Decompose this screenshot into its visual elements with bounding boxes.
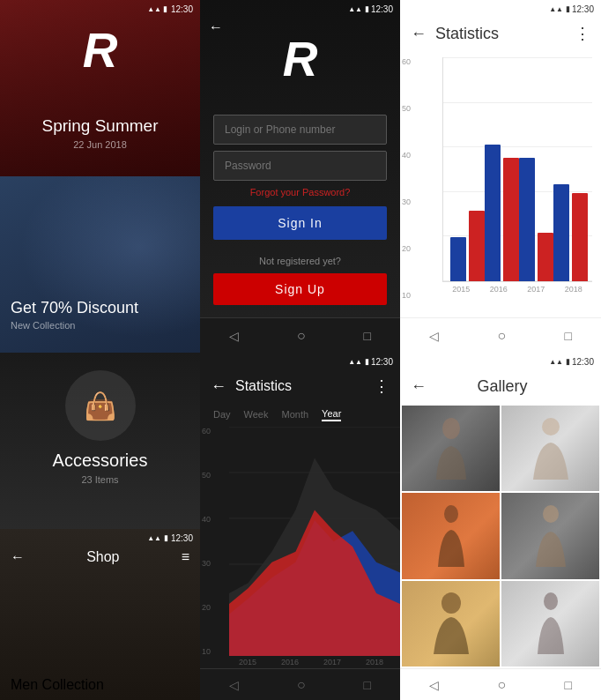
stats-bar-status-time: 12:30 — [572, 4, 594, 14]
bar-2015-blue — [450, 237, 466, 281]
tab-day[interactable]: Day — [213, 409, 231, 420]
stats-bar-more-btn[interactable]: ⋮ — [575, 24, 590, 43]
username-input[interactable] — [213, 115, 387, 145]
spring-summer-content: Spring Summer 22 Jun 2018 — [0, 116, 200, 150]
stats-line-more-btn[interactable]: ⋮ — [374, 376, 390, 396]
bar-group-2016 — [485, 145, 519, 281]
tab-year[interactable]: Year — [322, 408, 341, 421]
person-silhouette-5 — [429, 592, 473, 654]
spring-summer-subtitle: 22 Jun 2018 — [0, 139, 200, 150]
bar-group-2018 — [553, 184, 588, 281]
stats-line-navbar: ◁ ○ □ — [200, 668, 400, 700]
stats-bar-square-nav[interactable]: □ — [564, 329, 571, 343]
person-silhouette-2 — [524, 418, 577, 480]
person-silhouette-4 — [529, 505, 573, 567]
discount-panel: Get 70% Discount New Collection — [0, 176, 200, 353]
stats-line-back-btn[interactable]: ← — [211, 377, 226, 396]
status-icons-1: ▲▲ ▮ — [147, 4, 167, 13]
login-brand-r: R — [283, 31, 318, 87]
stats-line-panel: ▲▲ ▮ 12:30 ← Statistics ⋮ Day Week Month… — [200, 353, 400, 700]
bar-2018-blue — [553, 184, 569, 281]
stats-line-home-nav[interactable]: ○ — [297, 677, 306, 693]
not-registered-text: Not registered yet? — [213, 256, 387, 266]
time-tabs: Day Week Month Year — [200, 402, 400, 427]
gallery-item-6[interactable] — [501, 581, 599, 666]
accessories-title: Accessories — [0, 451, 200, 471]
status-bar-1: ▲▲ ▮ 12:30 — [0, 0, 200, 18]
gallery-grid — [400, 404, 601, 668]
stats-bar-navbar: ◁ ○ □ — [400, 317, 601, 353]
gallery-navbar: ◁ ○ □ — [400, 668, 601, 700]
gallery-item-3[interactable] — [402, 493, 500, 578]
spring-summer-panel: ▲▲ ▮ 12:30 R Spring Summer 22 Jun 2018 — [0, 0, 200, 176]
bar-group-2015 — [450, 211, 485, 281]
gallery-square-nav[interactable]: □ — [564, 678, 571, 692]
gallery-item-5[interactable] — [402, 581, 500, 666]
svg-point-14 — [544, 592, 558, 610]
stats-bar-back-btn[interactable]: ← — [411, 25, 427, 43]
stats-line-square-nav[interactable]: □ — [364, 678, 371, 692]
bar-group-2017 — [519, 158, 553, 281]
status-time-1: 12:30 — [171, 4, 193, 14]
password-input[interactable] — [213, 151, 387, 181]
gallery-back-nav[interactable]: ◁ — [429, 678, 439, 692]
gallery-back-btn[interactable]: ← — [411, 377, 427, 396]
menu-icon[interactable]: ≡ — [182, 549, 189, 565]
men-collection-label: Men Collection — [11, 677, 104, 693]
battery-icon: ▮ — [163, 4, 167, 13]
login-panel: ▲▲ ▮ 12:30 ← R Forgot your Password? Sig… — [200, 0, 400, 353]
accessories-panel: 👜 Accessories 23 Items — [0, 353, 200, 529]
svg-point-13 — [441, 592, 461, 614]
line-chart-svg — [229, 427, 400, 656]
gallery-home-nav[interactable]: ○ — [497, 677, 506, 693]
bar-2017-blue — [519, 158, 535, 281]
gallery-panel: ▲▲ ▮ 12:30 ← Gallery — [400, 353, 601, 700]
gallery-status-time: 12:30 — [572, 357, 594, 367]
gallery-item-4[interactable] — [501, 493, 599, 578]
bar-2015-red — [469, 211, 485, 281]
login-status-time: 12:30 — [371, 4, 393, 14]
shop-title: Shop — [86, 549, 119, 565]
accessories-subtitle: 23 Items — [0, 474, 200, 485]
gallery-item-1[interactable] — [402, 406, 500, 491]
stats-line-back-nav[interactable]: ◁ — [229, 678, 239, 692]
sign-in-button[interactable]: Sign In — [213, 206, 387, 240]
square-nav-icon[interactable]: □ — [364, 329, 371, 343]
login-back-btn[interactable]: ← — [209, 19, 223, 35]
sign-up-button[interactable]: Sign Up — [213, 273, 387, 305]
svg-point-12 — [543, 505, 559, 523]
back-icon[interactable]: ← — [11, 549, 25, 565]
bar-2016-blue — [485, 145, 501, 281]
back-nav-icon[interactable]: ◁ — [229, 329, 239, 343]
shop-panel: ▲▲ ▮ 12:30 ← Shop ≡ Men Collection — [0, 529, 200, 700]
bar-2017-red — [538, 233, 553, 281]
stats-bar-back-nav[interactable]: ◁ — [429, 329, 439, 343]
discount-subtitle: New Collection — [11, 320, 138, 331]
stats-line-status-time: 12:30 — [371, 357, 393, 367]
forgot-password-link[interactable]: Forgot your Password? — [213, 187, 387, 197]
spring-summer-title: Spring Summer — [0, 116, 200, 136]
person-silhouette-6 — [533, 592, 568, 654]
discount-content: Get 70% Discount New Collection — [11, 299, 138, 331]
accessories-content: Accessories 23 Items — [0, 451, 200, 485]
home-nav-icon[interactable]: ○ — [297, 328, 306, 344]
stats-bar-home-nav[interactable]: ○ — [497, 328, 506, 344]
bar-2016-red — [503, 158, 519, 281]
shop-topbar: ▲▲ ▮ 12:30 ← Shop ≡ — [0, 529, 200, 568]
bar-2018-red — [572, 193, 588, 281]
stats-bar-title: Statistics — [435, 25, 575, 43]
person-silhouette-1 — [429, 418, 473, 480]
login-navbar: ◁ ○ □ — [200, 317, 400, 353]
discount-title: Get 70% Discount — [11, 299, 138, 317]
stats-line-title: Statistics — [235, 378, 374, 394]
stats-bar-panel: ▲▲ ▮ 12:30 ← Statistics ⋮ 60 50 40 30 20… — [400, 0, 601, 353]
gallery-title: Gallery — [435, 377, 569, 396]
login-form: Forgot your Password? Sign In Not regist… — [213, 115, 387, 305]
wifi-icon: ▲▲ — [147, 5, 161, 13]
gallery-item-2[interactable] — [501, 406, 599, 491]
tab-week[interactable]: Week — [244, 409, 269, 420]
svg-point-11 — [444, 505, 458, 523]
tab-month[interactable]: Month — [281, 409, 308, 420]
brand-logo-r: R — [83, 22, 118, 78]
svg-point-9 — [442, 418, 460, 439]
